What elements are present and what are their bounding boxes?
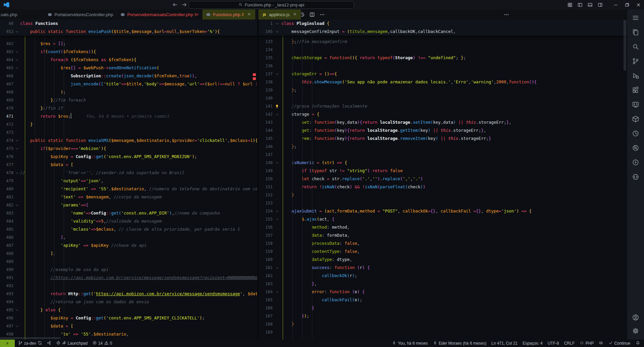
code-text[interactable]: 'recipient' => '55'.$destinatario, //num… bbox=[20, 185, 257, 193]
code-text[interactable]: 'mclass'=>$mclass, // classe de alta pri… bbox=[20, 225, 240, 233]
code-text[interactable]: if(count($fcmTokens)){ bbox=[20, 48, 96, 56]
code-text[interactable]: }; bbox=[281, 86, 296, 94]
status-copilot[interactable] bbox=[599, 341, 603, 346]
code-text[interactable]: callbackFail(e); bbox=[281, 296, 362, 304]
fold-chevron-down-icon[interactable] bbox=[273, 110, 281, 118]
activity-scm-icon[interactable] bbox=[632, 57, 639, 65]
code-text[interactable]: if (typeof str != "string") return false bbox=[281, 167, 403, 175]
command-center-search[interactable]: Functions.php - _lara12-proj-api bbox=[189, 1, 354, 9]
code-text[interactable]: class Functions bbox=[20, 20, 58, 28]
code-text[interactable]: processData: false, bbox=[281, 239, 360, 247]
lightbulb-icon[interactable] bbox=[273, 102, 281, 110]
code-text[interactable]: } bbox=[281, 320, 294, 328]
code-text[interactable]: //https://api.mobizon.com.br/service/mes… bbox=[20, 274, 257, 282]
code-text[interactable]: data: formData, bbox=[281, 231, 350, 239]
tab-PortalservidoresController.php[interactable]: PortalservidoresController.php bbox=[44, 9, 117, 20]
status-continue[interactable]: Continue bbox=[608, 341, 631, 346]
activity-run-debug-icon[interactable] bbox=[632, 72, 639, 79]
code-text[interactable]: let check = str.replace('.','').replace(… bbox=[281, 175, 423, 183]
tab-Functions.php[interactable]: Functions.php2 bbox=[202, 9, 256, 20]
more-actions-icon[interactable] bbox=[504, 12, 509, 17]
code-text[interactable]: checkStorage = function(){ return typeof… bbox=[281, 54, 466, 62]
fold-chevron-down-icon[interactable] bbox=[13, 201, 20, 209]
code-text[interactable]: $data = [ bbox=[20, 322, 73, 330]
status-14[interactable]: 140 bbox=[92, 341, 112, 346]
code-text[interactable]: $res = []; bbox=[20, 40, 66, 48]
remote-indicator[interactable] bbox=[0, 340, 15, 347]
status-za-dev[interactable]: za-dev bbox=[18, 341, 42, 346]
fold-chevron-down-icon[interactable] bbox=[13, 306, 20, 314]
code-text[interactable]: dataType: dtype, bbox=[281, 256, 352, 264]
code-text[interactable]: isNumeric = (str) => { bbox=[281, 159, 347, 167]
code-text[interactable]: 'text' => $mensagem, //corpo da mensagem bbox=[20, 193, 162, 201]
layout-sidebar-right-icon[interactable] bbox=[595, 0, 605, 9]
code-text[interactable]: }//fim if bbox=[20, 104, 63, 112]
code-text[interactable]: }); bbox=[281, 312, 309, 320]
fold-chevron-down-icon[interactable] bbox=[273, 207, 281, 215]
activity-gear-icon[interactable] bbox=[632, 327, 639, 335]
code-text[interactable]: //exemplo de uso da api bbox=[20, 266, 108, 274]
code-text[interactable]: } bbox=[20, 120, 33, 128]
activity-extensions-icon[interactable] bbox=[632, 86, 639, 94]
code-text[interactable]: ]; bbox=[20, 249, 55, 258]
close-icon[interactable] bbox=[247, 12, 252, 17]
status-crlf[interactable]: CRLF bbox=[564, 341, 574, 346]
layout-sidebar-left-icon[interactable] bbox=[575, 0, 585, 9]
code-text[interactable]: };//fim messageConfirm bbox=[281, 38, 347, 46]
status-espa-os-4[interactable]: Espaços: 4 bbox=[523, 341, 543, 346]
nav-forward-icon[interactable] bbox=[181, 2, 187, 8]
status-eder-moraes-h-6-meses-[interactable]: Eder Moraes (há 6 meses) bbox=[433, 341, 487, 346]
code-text[interactable]: error: function (e) { bbox=[281, 288, 365, 296]
horizontal-scrollbar[interactable] bbox=[0, 337, 60, 339]
code-text[interactable]: $.ajax(act, { bbox=[281, 215, 334, 223]
code-text[interactable]: ], bbox=[20, 233, 65, 241]
status-ln-471-col-21[interactable]: Ln 471, Col 21 bbox=[491, 341, 517, 346]
fold-chevron-down-icon[interactable] bbox=[273, 20, 281, 28]
code-text[interactable]: set: function(key,data){return localStor… bbox=[281, 118, 511, 126]
minimize-icon[interactable] bbox=[610, 0, 621, 9]
split-editor-icon[interactable] bbox=[309, 12, 315, 17]
code-text[interactable]: rem: function(key){return localStorage.r… bbox=[281, 134, 491, 143]
code-text[interactable]: } else { bbox=[20, 306, 60, 314]
code-text[interactable]: method: method, bbox=[281, 223, 350, 231]
fold-chevron-down-icon[interactable] bbox=[13, 145, 20, 153]
code-text[interactable]: //retorna um json com os dados de envio bbox=[20, 298, 149, 306]
editor-right[interactable]: 132 })133 };//fim messageConfirm134135 c… bbox=[259, 20, 627, 340]
activity-remote-explorer-icon[interactable] bbox=[632, 101, 639, 108]
code-text[interactable]: foreach ($fcmTokens as $fcmToken){ bbox=[20, 56, 136, 64]
nav-back-icon[interactable] bbox=[172, 2, 178, 8]
code-text[interactable]: return Http::get('https://api.mobizon.co… bbox=[20, 290, 257, 298]
code-text[interactable]: if($provider==='mobizon'){ bbox=[20, 145, 106, 153]
code-text[interactable]: }, bbox=[281, 280, 317, 288]
code-text[interactable]: $apiKey = Config::get('const.env.APP_SMS… bbox=[20, 153, 197, 161]
status-git-graph[interactable] bbox=[47, 341, 51, 346]
status-php[interactable]: {}PHP bbox=[580, 341, 594, 346]
code-text[interactable]: 'name'=>Config::get('const.env.APP_DIR')… bbox=[20, 209, 220, 217]
code-text[interactable]: return !isNaN(check) && !isNaN(parseFloa… bbox=[281, 183, 425, 191]
code-text[interactable]: json_encode(['title'=>$title,'body'=>$me… bbox=[20, 80, 257, 88]
code-text[interactable]: // 'from'=>'', //sender-id não suportado… bbox=[20, 169, 184, 177]
layout-panel-icon[interactable] bbox=[585, 0, 595, 9]
fold-chevron-down-icon[interactable] bbox=[273, 70, 281, 78]
fold-chevron-down-icon[interactable] bbox=[13, 322, 20, 330]
status-you-h-6-meses[interactable]: You, há 6 meses bbox=[392, 341, 427, 346]
code-text[interactable]: return $res; You, há 6 meses • primeiro … bbox=[20, 112, 170, 120]
status-bell[interactable] bbox=[636, 341, 640, 346]
code-text[interactable]: contentType: false, bbox=[281, 247, 360, 256]
code-text[interactable]: 'output'=>'json', bbox=[20, 177, 103, 185]
fold-chevron-down-icon[interactable] bbox=[273, 28, 281, 36]
activity-history-circle-icon[interactable] bbox=[632, 130, 639, 137]
code-text[interactable]: messageConfirmInput = (titulo,mensagem,c… bbox=[281, 28, 456, 36]
fold-chevron-down-icon[interactable] bbox=[273, 215, 281, 223]
fold-chevron-down-icon[interactable] bbox=[273, 264, 281, 272]
code-text[interactable]: }//fim foreach bbox=[20, 96, 86, 104]
tab-uals.php[interactable]: uals.php bbox=[0, 9, 44, 20]
activity-search-icon[interactable] bbox=[632, 43, 639, 50]
code-text[interactable]: //grava informações localmente bbox=[281, 102, 367, 110]
fold-chevron-down-icon[interactable] bbox=[13, 56, 20, 64]
code-text[interactable]: } bbox=[281, 191, 294, 199]
code-text[interactable]: 'validity'=>5,//validade da mensagem bbox=[20, 217, 162, 225]
tab-applinco.js[interactable]: JSapplinco.js bbox=[259, 9, 301, 20]
activity-menu-icon[interactable] bbox=[632, 14, 639, 22]
code-text[interactable]: } bbox=[281, 304, 314, 312]
